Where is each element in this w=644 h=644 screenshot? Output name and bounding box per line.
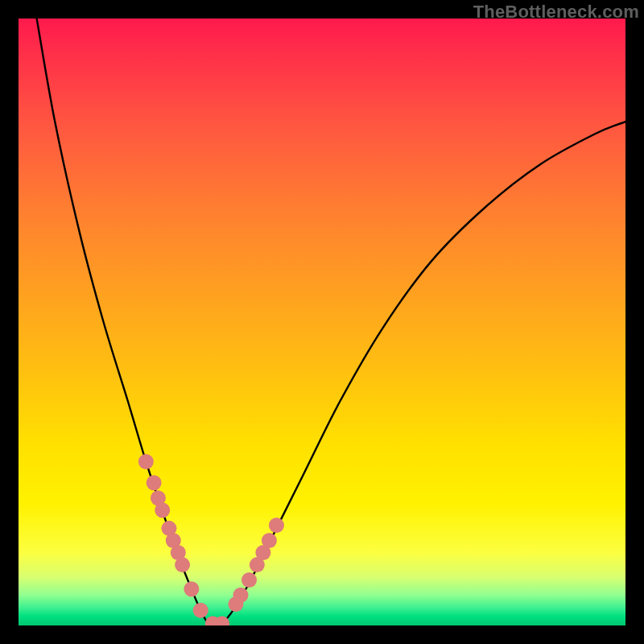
marker-point [193, 603, 208, 618]
marker-point [269, 518, 284, 533]
marker-point [233, 588, 248, 603]
marker-point [138, 454, 154, 469]
marker-group [138, 454, 284, 625]
watermark-text: TheBottleneck.com [473, 2, 639, 23]
bottleneck-curve-line [37, 19, 625, 625]
marker-point [155, 502, 170, 518]
chart-svg [19, 19, 625, 625]
marker-point [262, 533, 277, 548]
marker-point [242, 572, 257, 588]
marker-point [147, 475, 162, 490]
chart-plot-area [19, 19, 625, 625]
marker-point [184, 581, 199, 597]
marker-point [175, 557, 190, 572]
